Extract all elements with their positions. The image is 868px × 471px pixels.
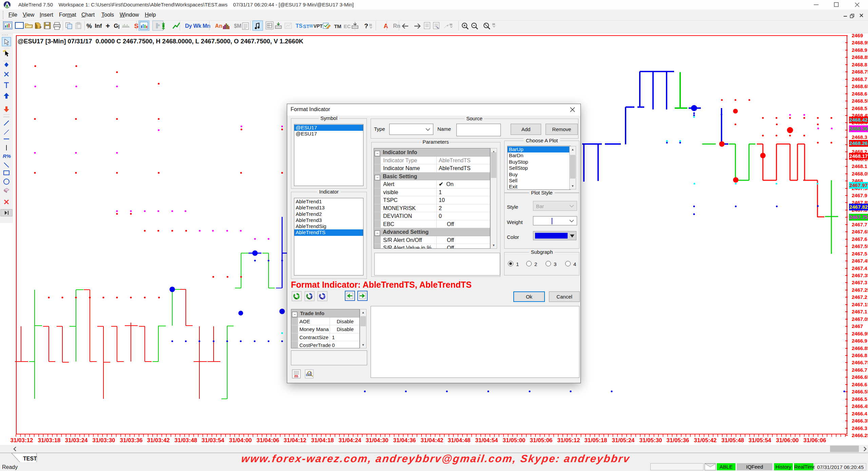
svg-text:TEST: TEST	[23, 456, 37, 462]
svg-text:m: m	[294, 373, 298, 378]
